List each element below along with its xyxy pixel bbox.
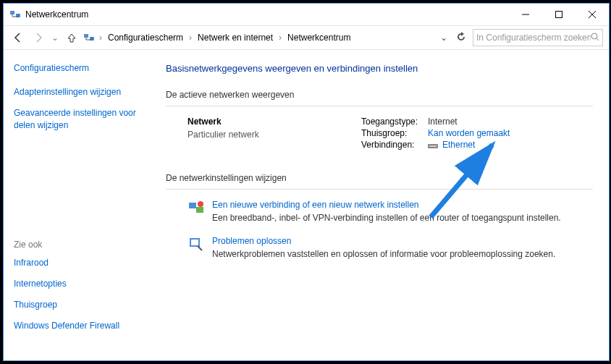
access-type-label: Toegangstype: xyxy=(361,117,428,127)
svg-rect-16 xyxy=(191,240,198,245)
maximize-button[interactable] xyxy=(542,4,576,25)
svg-rect-6 xyxy=(84,34,88,38)
active-networks-heading: De actieve netwerken weergeven xyxy=(166,90,593,100)
titlebar: Netwerkcentrum xyxy=(4,4,609,25)
main-panel: Basisnetwerkgegevens weergeven en verbin… xyxy=(156,50,609,360)
network-name: Netwerk xyxy=(187,117,361,127)
action-description: Netwerkproblemen vaststellen en oplossen… xyxy=(212,249,555,259)
recent-dropdown-icon[interactable]: ⌄ xyxy=(50,33,60,43)
close-button[interactable] xyxy=(576,4,609,25)
breadcrumb: › Configuratiescherm › Netwerk en intern… xyxy=(98,31,435,44)
svg-rect-13 xyxy=(196,207,203,213)
refresh-button[interactable] xyxy=(452,32,470,44)
network-settings-heading: De netwerkinstellingen wijzigen xyxy=(166,173,593,183)
up-button[interactable] xyxy=(63,29,80,46)
ethernet-icon xyxy=(428,142,439,149)
action-description: Een breedband-, inbel- of VPN-verbinding… xyxy=(212,213,561,223)
svg-rect-3 xyxy=(556,12,562,18)
action-troubleshoot: Problemen oplossen Netwerkproblemen vast… xyxy=(166,236,593,259)
action-new-connection: Een nieuwe verbinding of een nieuw netwe… xyxy=(166,200,593,223)
navbar: ⌄ › Configuratiescherm › Netwerk en inte… xyxy=(4,25,609,50)
connections-label: Verbindingen: xyxy=(361,140,428,150)
svg-rect-0 xyxy=(10,11,14,14)
action-title-link[interactable]: Problemen oplossen xyxy=(212,236,555,246)
window-title: Netwerkcentrum xyxy=(25,9,509,20)
access-type-value: Internet xyxy=(428,117,458,127)
minimize-button[interactable] xyxy=(509,4,542,25)
chevron-right-icon[interactable]: › xyxy=(277,33,283,43)
control-panel-home-link[interactable]: Configuratiescherm xyxy=(14,63,146,73)
content-body: Configuratiescherm Adapterinstellingen w… xyxy=(4,50,609,360)
svg-line-9 xyxy=(597,38,599,41)
svg-point-14 xyxy=(198,201,203,207)
window: Netwerkcentrum ⌄ › Configuratiescherm › … xyxy=(3,3,610,361)
divider xyxy=(166,189,593,190)
breadcrumb-item[interactable]: Netwerkcentrum xyxy=(285,31,353,44)
back-button[interactable] xyxy=(9,29,27,46)
svg-rect-12 xyxy=(189,203,196,208)
chevron-right-icon[interactable]: › xyxy=(98,33,104,43)
see-also-heading: Zie ook xyxy=(14,240,146,250)
seealso-link[interactable]: Windows Defender Firewall xyxy=(14,320,146,332)
sidebar-link-adapter[interactable]: Adapterinstellingen wijzigen xyxy=(14,86,146,98)
troubleshoot-icon xyxy=(187,236,205,253)
page-title: Basisnetwerkgegevens weergeven en verbin… xyxy=(166,63,593,74)
chevron-right-icon[interactable]: › xyxy=(187,33,193,43)
forward-button[interactable] xyxy=(30,29,47,46)
network-center-icon xyxy=(9,9,21,20)
search-input[interactable] xyxy=(473,29,603,46)
homegroup-link[interactable]: Kan worden gemaakt xyxy=(428,128,510,138)
search-icon xyxy=(591,33,599,43)
seealso-link[interactable]: Thuisgroep xyxy=(14,299,146,311)
active-network-block: Netwerk Particulier netwerk Toegangstype… xyxy=(166,117,593,151)
network-type: Particulier netwerk xyxy=(187,130,361,140)
homegroup-label: Thuisgroep: xyxy=(361,128,428,138)
seealso-link[interactable]: Internetopties xyxy=(14,278,146,290)
sidebar-link-sharing[interactable]: Geavanceerde instellingen voor delen wij… xyxy=(14,107,146,132)
breadcrumb-item[interactable]: Configuratiescherm xyxy=(105,31,186,44)
svg-point-8 xyxy=(591,33,597,39)
ethernet-link[interactable]: Ethernet xyxy=(442,140,475,150)
breadcrumb-icon xyxy=(83,32,95,43)
seealso-link[interactable]: Infrarood xyxy=(14,257,146,269)
action-title-link[interactable]: Een nieuwe verbinding of een nieuw netwe… xyxy=(212,200,561,210)
breadcrumb-item[interactable]: Netwerk en internet xyxy=(195,31,276,44)
sidebar: Configuratiescherm Adapterinstellingen w… xyxy=(4,50,156,360)
address-dropdown-icon[interactable]: ⌄ xyxy=(438,33,450,43)
search-field[interactable] xyxy=(476,33,591,43)
new-connection-icon xyxy=(187,200,205,217)
svg-rect-11 xyxy=(429,145,437,147)
divider xyxy=(166,106,593,106)
